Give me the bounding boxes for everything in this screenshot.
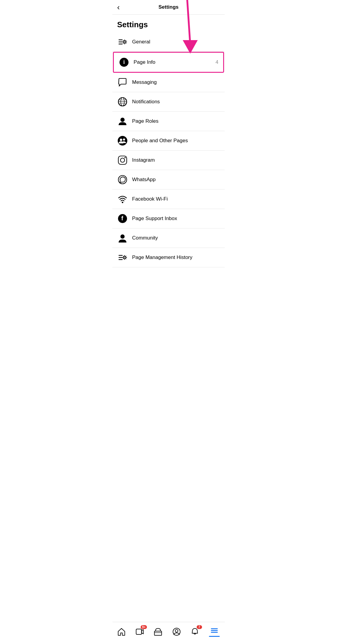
svg-line-44 bbox=[123, 256, 123, 256]
svg-text:f: f bbox=[121, 215, 123, 222]
menu-item-general[interactable]: General bbox=[112, 32, 225, 52]
menu-item-community[interactable]: Community bbox=[112, 228, 225, 248]
settings-page-title: Settings bbox=[112, 15, 225, 32]
whatsapp-icon bbox=[117, 174, 128, 185]
svg-point-26 bbox=[123, 139, 125, 141]
svg-line-45 bbox=[126, 258, 126, 259]
notifications-icon bbox=[117, 96, 128, 107]
menu-item-notifications-label: Notifications bbox=[132, 99, 220, 105]
top-bar-title: Settings bbox=[158, 4, 179, 10]
menu-item-instagram-label: Instagram bbox=[132, 157, 220, 163]
svg-line-12 bbox=[126, 43, 126, 43]
menu-item-page-roles[interactable]: Page Roles bbox=[112, 112, 225, 131]
management-icon bbox=[117, 252, 128, 263]
menu-item-whatsapp[interactable]: WhatsApp bbox=[112, 170, 225, 190]
menu-item-whatsapp-label: WhatsApp bbox=[132, 177, 220, 183]
menu-item-people-other-pages[interactable]: People and Other Pages bbox=[112, 131, 225, 151]
instagram-icon bbox=[117, 155, 128, 166]
svg-point-25 bbox=[120, 139, 122, 141]
messaging-icon bbox=[117, 77, 128, 88]
community-icon bbox=[117, 233, 128, 243]
svg-line-46 bbox=[123, 258, 123, 259]
menu-item-page-info-label: Page Info bbox=[134, 59, 216, 65]
svg-line-14 bbox=[126, 40, 126, 41]
svg-point-39 bbox=[124, 257, 125, 258]
menu-item-messaging-label: Messaging bbox=[132, 79, 220, 85]
menu-item-page-management-history[interactable]: Page Management History bbox=[112, 248, 225, 267]
svg-point-28 bbox=[120, 158, 125, 162]
svg-point-6 bbox=[124, 42, 125, 43]
menu-item-notifications[interactable]: Notifications bbox=[112, 92, 225, 112]
page-roles-icon bbox=[117, 116, 128, 127]
menu-item-people-label: People and Other Pages bbox=[132, 138, 220, 144]
menu-item-page-support-inbox[interactable]: f Page Support Inbox bbox=[112, 209, 225, 228]
top-bar: ‹ Settings bbox=[112, 0, 225, 15]
settings-menu: General i Page Info 4 Messaging bbox=[112, 32, 225, 267]
menu-item-general-label: General bbox=[132, 39, 220, 45]
svg-point-24 bbox=[118, 136, 127, 146]
info-icon: i bbox=[119, 57, 129, 68]
svg-line-47 bbox=[126, 256, 126, 256]
people-icon bbox=[117, 135, 128, 146]
page-info-badge: 4 bbox=[216, 59, 218, 65]
svg-point-31 bbox=[122, 202, 123, 203]
menu-item-management-label: Page Management History bbox=[132, 254, 220, 260]
menu-item-facebook-wifi[interactable]: Facebook Wi-Fi bbox=[112, 190, 225, 209]
svg-line-11 bbox=[123, 40, 123, 41]
back-button[interactable]: ‹ bbox=[117, 3, 120, 12]
menu-item-page-roles-label: Page Roles bbox=[132, 118, 220, 124]
menu-item-page-info[interactable]: i Page Info 4 bbox=[113, 52, 224, 73]
general-icon bbox=[117, 37, 128, 47]
svg-point-29 bbox=[125, 157, 126, 158]
menu-item-community-label: Community bbox=[132, 235, 220, 241]
svg-point-34 bbox=[120, 234, 125, 239]
wifi-icon bbox=[117, 194, 128, 204]
svg-point-23 bbox=[120, 118, 125, 122]
menu-item-support-label: Page Support Inbox bbox=[132, 216, 220, 222]
menu-item-messaging[interactable]: Messaging bbox=[112, 73, 225, 92]
menu-item-wifi-label: Facebook Wi-Fi bbox=[132, 196, 220, 202]
menu-item-instagram[interactable]: Instagram bbox=[112, 151, 225, 170]
svg-text:i: i bbox=[123, 59, 125, 65]
svg-line-13 bbox=[123, 43, 123, 43]
facebook-icon: f bbox=[117, 213, 128, 224]
